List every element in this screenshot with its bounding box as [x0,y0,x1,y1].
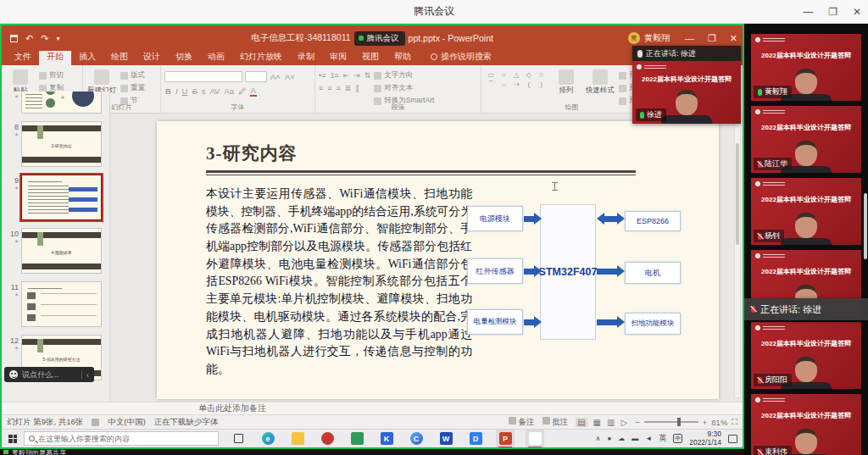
tencent-docs-icon[interactable]: D [466,430,485,448]
tencent-meeting-icon[interactable] [526,430,544,448]
taskbar-search-box[interactable] [24,431,219,446]
ribbon-tab[interactable]: 设计 [136,49,168,65]
cloud-tray-icon[interactable]: ☁ [618,435,625,442]
participant-video-tile[interactable]: 2022届本科毕业设计开题答辩 房阳阳 [751,322,861,389]
zoom-level[interactable]: 81% [711,418,727,427]
ppt-restore-button[interactable]: ❐ [708,33,716,44]
taskbar-clock[interactable]: 9:302022/1/14 [689,430,721,447]
ribbon-tab[interactable]: 绘图 [103,49,136,65]
justify-icon[interactable]: ≣ [345,84,352,92]
change-case-icon[interactable]: Aa [223,86,235,96]
notes-placeholder[interactable]: 单击此处添加备注 [198,402,266,414]
increase-indent-icon[interactable]: ⇥ [353,71,360,80]
close-button[interactable]: ✕ [853,6,861,18]
ribbon-tab[interactable]: 文件 [7,49,39,65]
slide-thumbnail[interactable]: ✶ ＋ [5,92,109,114]
presenter-video[interactable]: 2022届本科毕业设计开题答辩 徐进 [632,61,741,124]
language-indicator[interactable]: 中文(中国) [108,417,145,428]
align-center-icon[interactable]: ≡ [327,84,331,92]
shape-gallery[interactable]: ▭○△◇☆ ⌒↔⇢() [485,68,548,103]
slides-small-button[interactable]: 版式 [120,70,145,80]
tell-me-search[interactable]: 操作说明搜索 [431,51,492,65]
ppt-minimize-button[interactable]: — [685,33,694,44]
powerpoint-icon[interactable]: P [496,430,515,448]
quick-styles-button[interactable]: 快速样式 [585,68,615,103]
app-store-icon[interactable] [348,430,366,448]
meeting-floating-pill[interactable]: 腾讯会议 [354,31,405,46]
highlight-color-icon[interactable]: 🖉 [237,86,248,96]
slideshow-icon[interactable]: ▷ [621,418,628,427]
comments-toggle[interactable]: 批注 [542,417,569,428]
qq-tray-icon[interactable]: ● [607,435,611,442]
emoji-icon[interactable] [9,370,18,379]
minimize-button[interactable]: — [803,6,813,18]
ime-language-indicator[interactable]: 英 [659,433,666,444]
shrink-font-icon[interactable]: A˅ [284,72,296,81]
font-size-combobox[interactable] [245,71,267,82]
columns-icon[interactable]: ∥ [355,84,359,92]
numbering-icon[interactable]: 1≡ [330,71,338,80]
ribbon-tab[interactable]: 插入 [71,49,103,65]
meeting-chat-bubble[interactable]: 说点什么... ‹ [4,367,94,382]
clipboard-small-button[interactable]: 剪切 [39,70,71,80]
quark-browser-icon[interactable]: C [407,430,426,448]
notes-toggle[interactable]: 备注 [509,417,535,428]
slides-small-button[interactable]: 重置 [120,83,145,93]
chat-placeholder[interactable]: 说点什么... [22,369,59,380]
arrange-button[interactable]: 排列 [551,68,581,103]
normal-view-icon[interactable]: ▤ [576,418,587,427]
ribbon-tab[interactable]: 录制 [290,49,322,65]
browser-360-icon[interactable] [318,430,337,448]
collapse-chat-icon[interactable]: ‹ [86,370,89,380]
slide[interactable]: 3-研究内容 本设计主要运用传感器、WiFi通信模块、扫地功能模块、控制器、手机… [157,121,719,399]
underline-icon[interactable]: U [181,86,189,96]
accessibility-icon[interactable] [92,419,99,426]
fit-to-window-icon[interactable]: ⛶ [732,417,737,427]
edge-icon[interactable]: e [259,430,277,448]
ribbon-tab[interactable]: 开始 [39,49,71,65]
ppt-close-button[interactable]: ✕ [730,33,737,44]
reading-view-icon[interactable]: ▥ [607,418,615,427]
strikethrough-icon[interactable]: S [191,86,198,96]
ribbon-tab[interactable]: 幻灯片放映 [232,49,290,65]
volume-icon[interactable]: ◄ [645,435,652,442]
ribbon-tab[interactable]: 审阅 [322,49,354,65]
slide-thumbnail[interactable]: 8✶ 3-研究内容 ＋ [5,121,109,167]
start-button[interactable] [2,430,24,448]
text-shadow-icon[interactable]: s [201,86,207,96]
sidebar-scrollbar[interactable] [864,193,867,259]
file-explorer-icon[interactable] [288,430,307,448]
battery-icon[interactable]: ▬ [632,435,638,442]
slide-thumbnail[interactable]: 9✶ ＋ [5,175,109,220]
ribbon-tab[interactable]: 视图 [354,49,387,65]
font-color-icon[interactable]: A [250,86,257,97]
kdocs-icon[interactable]: K [377,430,396,448]
decrease-indent-icon[interactable]: ⇤ [343,71,350,80]
maximize-button[interactable]: ❐ [828,6,837,18]
slide-canvas[interactable]: 3-研究内容 本设计主要运用传感器、WiFi通信模块、扫地功能模块、控制器、手机… [110,114,743,402]
line-spacing-icon[interactable]: ⇅ [364,71,371,80]
zoom-out-icon[interactable]: − [635,418,640,427]
char-spacing-icon[interactable]: AV [209,86,220,96]
canvas-scrollbar[interactable] [734,117,741,398]
search-input[interactable] [38,435,214,443]
ribbon-tab[interactable]: 帮助 [387,49,419,65]
slide-thumbnail[interactable]: 10✶ 4-预期成果 ＋ [5,228,109,274]
tray-expand-icon[interactable]: ∧ [596,435,601,442]
grow-font-icon[interactable]: A˄ [270,72,281,81]
zoom-slider[interactable] [644,421,698,423]
ribbon-tab[interactable]: 切换 [168,49,200,65]
slide-sorter-view-icon[interactable]: ▦ [593,418,601,427]
task-view-icon[interactable] [229,430,248,448]
font-name-combobox[interactable] [164,71,242,82]
word-icon[interactable]: W [437,430,455,448]
participant-video-tile[interactable]: 2022届本科毕业设计开题答辩 杨钊 [751,178,861,245]
align-right-icon[interactable]: ≡ [337,84,341,92]
zoom-in-icon[interactable]: + [703,418,708,427]
italic-icon[interactable]: I [175,86,179,96]
bullets-icon[interactable]: •≡ [319,71,326,80]
presenter-video-overlay[interactable]: 正在讲话: 徐进 2022届本科毕业设计开题答辩 徐进 [632,46,741,124]
action-center-icon[interactable] [728,435,737,443]
ppt-account[interactable]: 黄 黄毅翔 [628,32,670,44]
slide-thumbnail[interactable]: 11✶ ＋ [5,281,109,327]
